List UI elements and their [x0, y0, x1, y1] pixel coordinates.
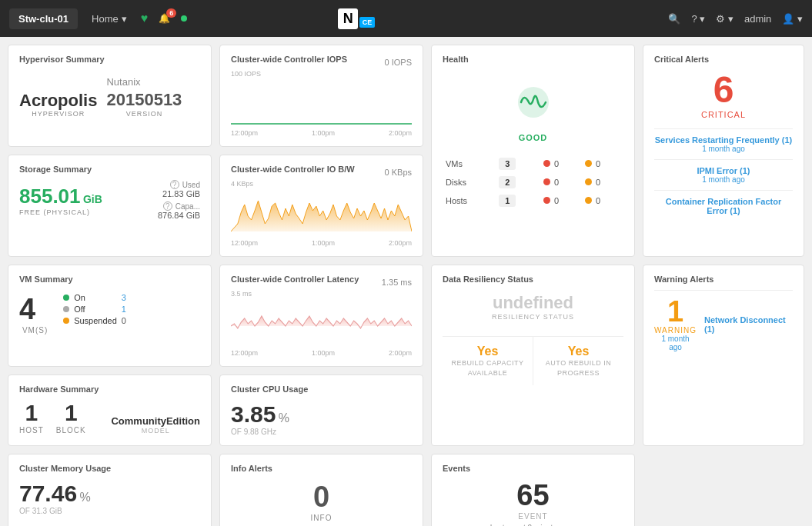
dot-red-disks	[543, 178, 550, 185]
logo-n: N	[338, 8, 358, 29]
warning-alerts-card: Warning Alerts 1 WARNING 1 month ago Net…	[643, 265, 804, 446]
alert-item-0: Services Restarting Frequently (1) 1 mon…	[654, 128, 793, 159]
latency-chart-axis: 12:00pm 1:00pm 2:00pm	[231, 349, 412, 357]
latency-time2: 1:00pm	[312, 349, 335, 357]
storage-used-value: 21.83 GiB	[158, 189, 200, 198]
iops-time3: 2:00pm	[389, 129, 412, 137]
iops-chart	[231, 79, 412, 125]
health-disks-yellow: 0	[596, 178, 600, 187]
alert-item-0-title[interactable]: Services Restarting Frequently (1)	[654, 135, 793, 145]
resiliency-status: undefined	[443, 293, 623, 313]
hypervisor-values: Acropolis HYPERVISOR Nutanix 20150513 VE…	[19, 70, 200, 118]
warning-item-label[interactable]: Network Disconnect (1)	[704, 315, 793, 334]
warning-time: 1 month ago	[654, 335, 697, 351]
bw-scale-label: 4 KBps	[231, 180, 412, 188]
dot-yellow-vms	[585, 160, 592, 167]
vm-suspended-label: Suspended	[74, 316, 117, 325]
resiliency-status-block: undefined RESILIENCY STATUS	[443, 293, 623, 321]
storage-capacity-label: Capa...	[175, 202, 200, 211]
dot-green-on	[63, 295, 69, 301]
iops-title: Cluster-wide Controller IOPS	[231, 55, 347, 64]
latency-scale-label: 3.5 ms	[231, 290, 412, 298]
nav-icons: ♥ 🔔 6	[141, 12, 188, 25]
question-icon-cap: ?	[163, 201, 172, 211]
vm-main: 4 VM(S) On 3 Off 1 Suspended 0	[19, 290, 200, 335]
bw-time3: 2:00pm	[389, 239, 412, 247]
mem-value-block: 77.46 %	[19, 481, 200, 507]
latency-time3: 2:00pm	[389, 349, 412, 357]
iops-scale-label: 100 IOPS	[231, 70, 412, 78]
storage-free-block: 855.01 GiB FREE (PHYSICAL)	[19, 185, 102, 216]
auto-rebuild-label: AUTO REBUILD IN PROGRESS	[536, 358, 620, 378]
hw-block-block: 1 BLOCK	[56, 400, 86, 434]
hw-values: 1 HOST 1 BLOCK CommunityEdition MODEL	[19, 400, 200, 434]
hw-block-label: BLOCK	[56, 426, 86, 434]
navbar: Stw-clu-01 Home ▾ ♥ 🔔 6 N CE 🔍 ? ▾ ⚙ ▾ a…	[0, 0, 812, 37]
home-label: Home	[92, 13, 119, 25]
vm-on-row: On 3	[63, 293, 126, 302]
health-icon[interactable]: ♥	[141, 12, 149, 25]
hypervisor-name-label: HYPERVISOR	[19, 110, 97, 118]
search-icon[interactable]: 🔍	[668, 13, 680, 25]
hw-host-count: 1	[19, 400, 44, 426]
cpu-title: Cluster CPU Usage	[231, 385, 412, 394]
dot-red-hosts	[543, 197, 550, 204]
bw-chart-axis: 12:00pm 1:00pm 2:00pm	[231, 239, 412, 247]
help-icon[interactable]: ? ▾	[691, 13, 705, 25]
cpu-value: 3.85	[231, 401, 276, 427]
hw-model-block: CommunityEdition MODEL	[111, 415, 200, 434]
app-logo: N CE	[338, 8, 376, 29]
health-heartbeat-icon	[516, 85, 550, 119]
chevron-down-icon: ▾	[122, 13, 127, 25]
vm-details: On 3 Off 1 Suspended 0	[63, 293, 126, 328]
hardware-card: Hardware Summary 1 HOST 1 BLOCK Communit…	[8, 375, 212, 446]
health-disks-label: Disks	[443, 173, 496, 191]
storage-title: Storage Summary	[19, 165, 200, 174]
vm-off-count: 1	[122, 305, 126, 314]
bw-chart	[231, 189, 412, 235]
alert-item-1-time: 1 month ago	[654, 175, 793, 184]
health-title: Health	[443, 55, 623, 64]
warning-label: WARNING	[654, 326, 697, 335]
alert-item-1-title[interactable]: IPMI Error (1)	[654, 166, 793, 175]
health-hosts-yellow: 0	[596, 196, 600, 205]
storage-right-block: ? Used 21.83 GiB ? Capa... 876.84 GiB	[158, 180, 200, 220]
brand-label[interactable]: Stw-clu-01	[9, 8, 78, 29]
events-count-block: 65 EVENT Last event 2 minutes ago	[443, 479, 623, 526]
hypervisor-version: Nutanix 20150513	[106, 70, 182, 110]
settings-icon[interactable]: ⚙ ▾	[716, 13, 733, 25]
dashboard: Hypervisor Summary Acropolis HYPERVISOR …	[0, 37, 812, 526]
health-card: Health GOOD VMs 3 0 0 Disk	[431, 45, 635, 257]
version-number: 20150513	[106, 90, 182, 109]
warning-inner: 1 WARNING 1 month ago Network Disconnect…	[654, 290, 793, 351]
vm-on-count: 3	[122, 293, 126, 302]
bw-card: Cluster-wide Controller IO B/W 0 KBps 4 …	[219, 155, 423, 257]
rebuild-capacity-block: Yes REBUILD CAPACITY AVAILABLE	[443, 337, 533, 385]
bell-icon[interactable]: 🔔 6	[159, 13, 170, 24]
home-nav[interactable]: Home ▾	[92, 13, 127, 25]
info-count-block: 0 INFO	[231, 481, 412, 522]
hw-model-value: CommunityEdition	[111, 415, 200, 427]
storage-capacity-row: ? Capa...	[158, 201, 200, 211]
health-vms-row: VMs 3 0 0	[443, 155, 623, 173]
latency-title: Cluster-wide Controller Latency	[231, 275, 359, 284]
data-resiliency-title: Data Resiliency Status	[443, 275, 623, 284]
warning-alerts-title: Warning Alerts	[654, 275, 793, 284]
cpu-sub: OF 9.88 GHz	[231, 428, 412, 436]
iops-header: Cluster-wide Controller IOPS 0 IOPS	[231, 55, 412, 70]
critical-alerts-card: Critical Alerts 6 CRITICAL Services Rest…	[643, 45, 804, 257]
latency-card: Cluster-wide Controller Latency 1.35 ms …	[219, 265, 423, 367]
rebuild-yes: Yes	[446, 345, 530, 358]
hypervisor-name-block: Acropolis HYPERVISOR	[19, 92, 97, 118]
health-disks-count: 2	[499, 176, 516, 188]
hardware-title: Hardware Summary	[19, 385, 200, 394]
info-alerts-card: Info Alerts 0 INFO	[219, 454, 423, 526]
hw-block-count: 1	[56, 400, 86, 426]
alert-item-2-title[interactable]: Container Replication Factor Error (1)	[654, 197, 793, 215]
vm-off-row: Off 1	[63, 305, 126, 314]
health-status: GOOD	[443, 133, 623, 142]
user-icon[interactable]: 👤 ▾	[782, 13, 803, 25]
health-vms-red: 0	[554, 159, 559, 168]
admin-label[interactable]: admin	[744, 13, 771, 25]
resiliency-label: RESILIENCY STATUS	[443, 313, 623, 321]
